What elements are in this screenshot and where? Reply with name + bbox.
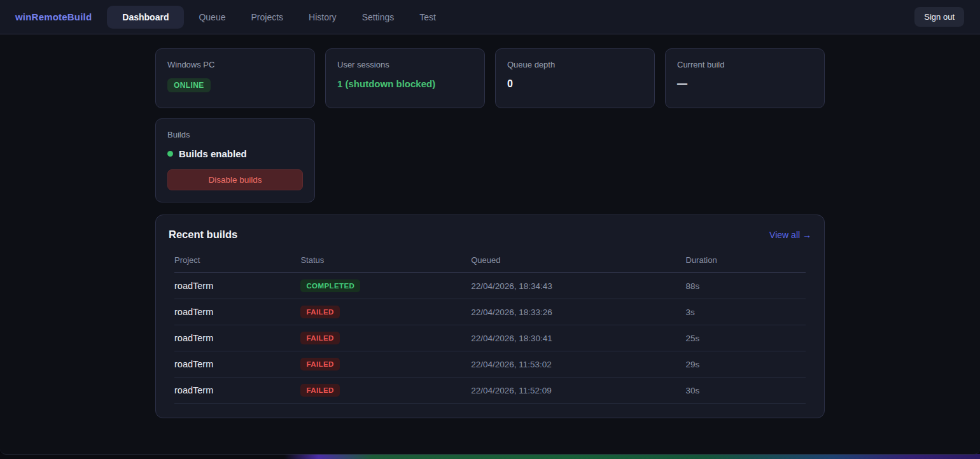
- cell-queued: 22/04/2026, 11:53:02: [471, 351, 685, 378]
- cell-duration: 25s: [686, 325, 806, 351]
- top-navigation: winRemoteBuild Dashboard Queue Projects …: [0, 0, 980, 34]
- cell-project: roadTerm: [174, 378, 300, 404]
- cell-project: roadTerm: [174, 299, 300, 325]
- builds-status-text: Builds enabled: [179, 148, 247, 159]
- column-header-project: Project: [174, 249, 300, 273]
- main-content: Windows PC ONLINE User sessions 1 (shutd…: [155, 34, 825, 418]
- desktop-gradient-strip: [0, 454, 980, 459]
- builds-status-row: Builds enabled: [167, 148, 303, 159]
- app-window: winRemoteBuild Dashboard Queue Projects …: [0, 0, 980, 455]
- status-badge: FAILED: [300, 306, 339, 318]
- disable-builds-button[interactable]: Disable builds: [167, 169, 303, 190]
- queue-depth-value: 0: [507, 78, 643, 90]
- cell-project: roadTerm: [174, 351, 300, 378]
- column-header-duration: Duration: [686, 249, 806, 273]
- builds-table: Project Status Queued Duration roadTerm …: [174, 249, 806, 404]
- nav-item-dashboard[interactable]: Dashboard: [107, 6, 184, 29]
- cell-project: roadTerm: [174, 273, 300, 299]
- cell-duration: 88s: [686, 273, 806, 299]
- card-builds-control: Builds Builds enabled Disable builds: [155, 118, 315, 202]
- stats-grid: Windows PC ONLINE User sessions 1 (shutd…: [155, 48, 825, 108]
- cell-status: FAILED: [300, 299, 471, 325]
- cell-queued: 22/04/2026, 18:30:41: [471, 325, 685, 351]
- cell-status: FAILED: [300, 325, 471, 351]
- column-header-queued: Queued: [471, 249, 685, 273]
- card-label: Windows PC: [167, 60, 303, 69]
- card-label: User sessions: [337, 60, 473, 69]
- card-windows-pc: Windows PC ONLINE: [155, 48, 315, 108]
- status-badge: FAILED: [300, 358, 339, 371]
- nav-item-history[interactable]: History: [298, 6, 347, 28]
- green-status-dot-icon: [167, 151, 173, 157]
- card-user-sessions: User sessions 1 (shutdown blocked): [325, 48, 485, 108]
- table-row[interactable]: roadTerm COMPLETED 22/04/2026, 18:34:43 …: [174, 273, 806, 299]
- table-row[interactable]: roadTerm FAILED 22/04/2026, 11:52:09 30s: [174, 378, 806, 404]
- card-current-build: Current build —: [665, 48, 825, 108]
- panel-title: Recent builds: [169, 229, 237, 241]
- nav-item-settings[interactable]: Settings: [351, 6, 405, 28]
- panel-header: Recent builds View all →: [169, 229, 811, 241]
- table-row[interactable]: roadTerm FAILED 22/04/2026, 18:30:41 25s: [174, 325, 806, 351]
- nav-item-queue[interactable]: Queue: [188, 6, 236, 28]
- view-all-link[interactable]: View all →: [769, 230, 811, 240]
- current-build-value: —: [677, 78, 813, 90]
- nav-menu: Dashboard Queue Projects History Setting…: [107, 6, 447, 29]
- cell-status: FAILED: [300, 378, 471, 404]
- status-badge: FAILED: [300, 384, 339, 397]
- cell-duration: 29s: [686, 351, 806, 378]
- table-header-row: Project Status Queued Duration: [174, 249, 806, 273]
- brand-logo[interactable]: winRemoteBuild: [15, 11, 92, 22]
- column-header-status: Status: [300, 249, 471, 273]
- card-label: Current build: [677, 60, 813, 69]
- nav-item-projects[interactable]: Projects: [240, 6, 294, 28]
- cell-queued: 22/04/2026, 18:33:26: [471, 299, 685, 325]
- card-label: Builds: [167, 130, 303, 139]
- online-status-badge: ONLINE: [167, 78, 211, 92]
- status-badge: COMPLETED: [300, 279, 360, 292]
- table-row[interactable]: roadTerm FAILED 22/04/2026, 18:33:26 3s: [174, 299, 806, 325]
- cell-duration: 30s: [686, 378, 806, 404]
- user-sessions-value: 1 (shutdown blocked): [337, 78, 473, 89]
- cell-status: COMPLETED: [300, 273, 471, 299]
- card-label: Queue depth: [507, 60, 643, 69]
- table-row[interactable]: roadTerm FAILED 22/04/2026, 11:53:02 29s: [174, 351, 806, 378]
- recent-builds-panel: Recent builds View all → Project Status …: [155, 215, 825, 418]
- cell-duration: 3s: [686, 299, 806, 325]
- cell-status: FAILED: [300, 351, 471, 378]
- cell-queued: 22/04/2026, 18:34:43: [471, 273, 685, 299]
- nav-item-test[interactable]: Test: [409, 6, 447, 28]
- sign-out-button[interactable]: Sign out: [914, 7, 964, 27]
- cell-queued: 22/04/2026, 11:52:09: [471, 378, 685, 404]
- status-badge: FAILED: [300, 332, 339, 344]
- cell-project: roadTerm: [174, 325, 300, 351]
- card-queue-depth: Queue depth 0: [495, 48, 655, 108]
